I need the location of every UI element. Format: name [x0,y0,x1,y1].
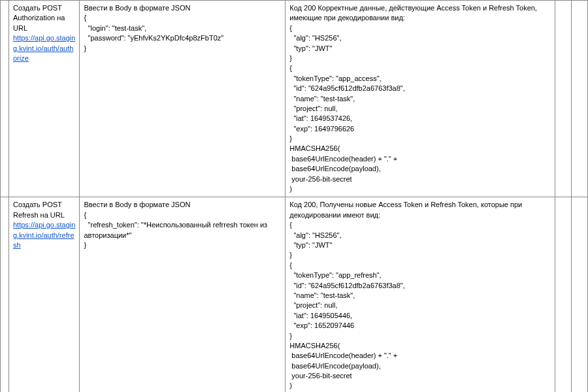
result-cell: Код 200, Получены новые Access Token и R… [286,197,555,392]
body-cell: Ввести в Body в формате JSON { "refresh_… [80,197,286,392]
description-cell: Создать POST Authorization на URL https:… [9,1,80,197]
row-stub-right2 [572,1,588,197]
row-stub-right [555,197,572,392]
table-row: Создать POST Authorization на URL https:… [1,1,588,197]
result-cell: Код 200 Корректные данные, действующие A… [286,1,555,197]
test-case-table: Создать POST Authorization на URL https:… [0,0,588,392]
row-stub-right [555,1,572,197]
row-stub-left [1,197,9,392]
table-row: Создать POST Refresh на URL https://api.… [1,197,588,392]
row-stub-right2 [572,197,588,392]
url-link[interactable]: https://api.go.staging.kvint.io/auth/aut… [13,34,75,62]
body-cell: Ввести в Body в формате JSON { "login": … [80,1,286,197]
row-stub-left [1,1,9,197]
url-link[interactable]: https://api.go.staging.kvint.io/auth/ref… [13,221,75,249]
description-prefix: Создать POST Refresh на URL [13,201,66,218]
description-prefix: Создать POST Authorization на URL [13,4,67,32]
description-cell: Создать POST Refresh на URL https://api.… [9,197,80,392]
